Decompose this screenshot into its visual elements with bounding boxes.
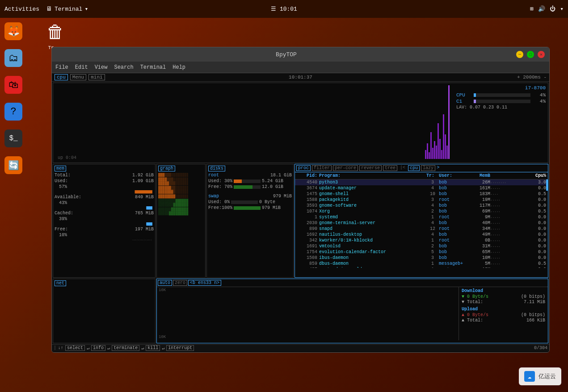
auto-tab[interactable]: auto: [158, 280, 172, 286]
proc-pid: 1: [297, 215, 319, 220]
proc-cpu-dots: .....: [490, 226, 522, 231]
info-button[interactable]: info: [91, 345, 105, 351]
per-core-tab[interactable]: per-core: [333, 165, 358, 171]
proc-user: messageb+: [439, 261, 470, 266]
menu-help[interactable]: Help: [173, 64, 185, 71]
table-row[interactable]: 342kworker/0:1H-kblockd1root0B.....0.0: [295, 238, 548, 243]
table-row[interactable]: 1074Xorg2bob69M.....0.5: [295, 209, 548, 214]
menu-view[interactable]: View: [95, 64, 108, 71]
middle-row: mem Total:1.92 GiB Used:1.09 GiB 57% ███…: [53, 164, 548, 278]
proc-name: update-manager: [319, 186, 426, 191]
menu-tab[interactable]: Menu: [70, 74, 86, 80]
updates-icon[interactable]: 🔄: [4, 156, 22, 174]
help-icon[interactable]: ?: [4, 103, 22, 121]
software-icon[interactable]: 🛍: [4, 76, 22, 94]
mini-tab[interactable]: mini: [88, 74, 105, 80]
menu-search[interactable]: Search: [114, 64, 133, 71]
bpytop-content: cpu Menu mini 10:01:37 + 2000ms - up 0:0…: [52, 73, 549, 352]
net-tab[interactable]: net: [55, 280, 66, 286]
table-row[interactable]: 1588packagekitd3root19M.....0.0: [295, 197, 548, 203]
scrollbar-indicator[interactable]: [546, 179, 548, 191]
ul-total-label: ▲ Total:: [462, 318, 483, 323]
lazy-tab[interactable]: lazy: [421, 165, 435, 171]
terminal-menu-button[interactable]: Terminal: [55, 6, 82, 13]
tree-tab[interactable]: tree: [383, 165, 397, 171]
info-key: ↵: [87, 346, 89, 351]
mem-tab[interactable]: mem: [55, 166, 66, 171]
cpu-label: CPU: [456, 92, 472, 98]
graph-tab[interactable]: graph: [158, 166, 175, 171]
kill-button[interactable]: kill: [146, 345, 160, 351]
interrupt-key: ↵: [162, 346, 164, 351]
table-row[interactable]: 1692nautilus-desktop4bob49M.....0.0: [295, 232, 548, 238]
c1-bar-fill: [474, 100, 476, 103]
proc-tr: 3: [426, 180, 439, 185]
minimize-button[interactable]: ─: [516, 51, 523, 58]
table-row[interactable]: 1systemd1root9M.....0.0: [295, 214, 548, 220]
menu-terminal[interactable]: Terminal: [140, 64, 166, 71]
proc-pid: 890: [297, 226, 319, 231]
interrupt-button[interactable]: interrupt: [166, 345, 194, 351]
table-row[interactable]: 1754evolution-calendar-factor5bob65M....…: [295, 249, 548, 255]
proc-mem: 18M: [470, 267, 490, 268]
filter-tab[interactable]: filter: [312, 165, 332, 171]
table-row[interactable]: 859dbus-daemon1messageb+5M.....0.5: [295, 261, 548, 267]
proc-mem: 19M: [470, 197, 490, 202]
proc-mem: 161M: [470, 186, 490, 191]
close-button[interactable]: ✕: [538, 51, 545, 58]
select-button[interactable]: select: [65, 345, 85, 351]
table-row[interactable]: 2030gnome-terminal-server4bob40M.....0.0: [295, 220, 548, 226]
trash-icon[interactable]: 🗑 Tr...: [45, 20, 66, 50]
used-val: 1.09 GiB: [132, 179, 154, 183]
proc-cpu-val: 0.0: [522, 215, 546, 220]
terminal-dropdown-arrow[interactable]: ▾: [84, 5, 88, 13]
menu-file[interactable]: File: [55, 64, 68, 71]
firefox-icon[interactable]: 🦊: [4, 22, 22, 40]
proc-cpu-val: 0.0: [522, 186, 546, 191]
ens33-tab[interactable]: <b ens33 n>: [188, 280, 221, 286]
proc-tr: 4: [426, 221, 439, 225]
proc-mem: 69M: [470, 209, 490, 214]
cpu-sort-tab[interactable]: cpu: [408, 165, 420, 171]
lav-row: LAV: 0.07 0.23 0.11: [456, 105, 546, 110]
table-row[interactable]: 1691vmtoolsd2bob31M.....0.0: [295, 243, 548, 249]
terminate-button[interactable]: terminate: [112, 345, 139, 351]
table-row[interactable]: 3674update-manager4bob161M.....0.0: [295, 185, 548, 191]
terminal-desktop-icon[interactable]: $_: [4, 129, 22, 147]
ul-total-row: ▲ Total: 166 KiB: [462, 318, 545, 323]
cpu-tab[interactable]: cpu: [55, 74, 68, 80]
proc-user: root: [439, 226, 470, 231]
table-row[interactable]: 1508ibus-daemon3bob10M.....0.0: [295, 255, 548, 261]
menu-edit[interactable]: Edit: [75, 64, 88, 71]
proc-tr: 12: [426, 226, 439, 231]
table-row[interactable]: 4540python33bob26M........3.0: [295, 179, 548, 185]
cpu-val: 4%: [532, 92, 546, 98]
proc-cpu-val: 0.0: [522, 238, 546, 243]
reverse-tab[interactable]: reverse: [359, 165, 382, 171]
refresh-control[interactable]: + 2000ms -: [517, 75, 547, 80]
c1-val: 4%: [532, 99, 546, 104]
activities-button[interactable]: Activities: [4, 6, 39, 13]
proc-pid: 1074: [297, 209, 319, 214]
maximize-button[interactable]: □: [527, 51, 534, 58]
upload-label: Upload: [462, 307, 545, 312]
table-row[interactable]: 437systemd-journald1root18M.....0.0: [295, 267, 548, 268]
c1-bar: [474, 100, 530, 103]
proc-cpu-val: 0.0: [522, 203, 546, 208]
proc-tab[interactable]: proc: [296, 165, 311, 171]
proc-mem: 9M: [470, 215, 490, 220]
proc-name: gnome-software: [319, 203, 426, 208]
disks-tab[interactable]: disks: [208, 166, 225, 171]
proc-rows: 4540python33bob26M........3.03674update-…: [295, 179, 548, 268]
files-icon[interactable]: 🗂: [4, 49, 22, 67]
proc-name: Xorg: [319, 209, 426, 214]
table-row[interactable]: 890snapd12root34M.....0.0: [295, 226, 548, 232]
proc-user: root: [439, 197, 470, 202]
table-row[interactable]: 1475gnome-shell10bob183M....0.5: [295, 191, 548, 197]
topbar-dropdown[interactable]: ▾: [560, 5, 564, 13]
proc-pid: 1588: [297, 197, 319, 202]
zero-tab[interactable]: zero: [173, 280, 187, 286]
proc-user: bob: [439, 192, 470, 196]
graph-panel: graph ▓▓▓▒▒▒░░░░░░░░ ▓▓▓▓▒▒▒░░░░░░░ ▓▓▓▓…: [156, 164, 206, 278]
table-row[interactable]: 3593gnome-software4bob117M.....0.0: [295, 203, 548, 209]
